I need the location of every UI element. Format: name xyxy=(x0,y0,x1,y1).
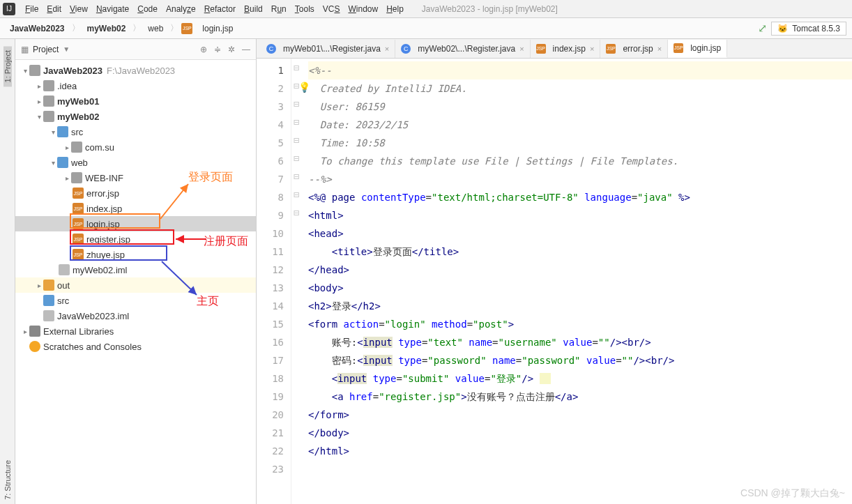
crumb-module[interactable]: myWeb02 xyxy=(83,22,130,35)
project-panel-title[interactable]: Project xyxy=(33,45,59,54)
tree-idea[interactable]: ▸.idea xyxy=(15,78,256,93)
menu-refactor[interactable]: Refactor xyxy=(200,4,240,14)
menu-help[interactable]: Help xyxy=(382,4,408,14)
project-combo-icon[interactable]: ▦ xyxy=(21,45,29,54)
breadcrumb-sep: 〉 xyxy=(72,22,80,34)
tree-extlib[interactable]: ▸External Libraries xyxy=(15,323,256,339)
toolbar: JavaWeb2023 〉 myWeb02 〉 web 〉 JSP login.… xyxy=(0,18,852,39)
code-content[interactable]: 💡 <%-- Created by IntelliJ IDEA. User: 8… xyxy=(301,59,852,504)
collapse-icon[interactable]: ≑ xyxy=(214,45,221,54)
tree-iml[interactable]: myWeb02.iml xyxy=(15,262,256,277)
menu-run[interactable]: Run xyxy=(267,4,291,14)
run-config-combo[interactable]: 🐱 Tomcat 8.5.3 xyxy=(771,22,846,36)
menu-analyze[interactable]: Analyze xyxy=(162,4,200,14)
tree-comsu[interactable]: ▸com.su xyxy=(15,139,256,155)
tree-myweb02[interactable]: ▾myWeb02 xyxy=(15,109,256,124)
tree-out[interactable]: ▸out xyxy=(15,277,256,293)
gear-icon[interactable]: ✲ xyxy=(228,45,235,54)
editor-area: CmyWeb01\...\Register.java× CmyWeb02\...… xyxy=(257,39,852,504)
main-area: 1: Project 7: Structure ▦ Project ▼ ⊕ ≑ … xyxy=(0,39,852,504)
tab-register2[interactable]: CmyWeb02\...\Register.java× xyxy=(395,40,530,58)
locate-icon[interactable]: ⊕ xyxy=(200,45,207,54)
menu-file[interactable]: File xyxy=(21,4,43,14)
breadcrumb-sep: 〉 xyxy=(132,22,141,34)
breadcrumb: JavaWeb2023 〉 myWeb02 〉 web 〉 JSP login.… xyxy=(6,22,237,35)
tool-tab-project[interactable]: 1: Project xyxy=(3,46,12,86)
chevron-down-icon[interactable]: ▼ xyxy=(63,45,70,53)
tree-src[interactable]: ▾src xyxy=(15,124,256,139)
close-icon[interactable]: × xyxy=(590,45,594,53)
app-icon: IJ xyxy=(3,3,15,15)
close-icon[interactable]: × xyxy=(519,45,524,53)
tree-scratch[interactable]: Scratches and Consoles xyxy=(15,339,256,354)
editor-tabs: CmyWeb01\...\Register.java× CmyWeb02\...… xyxy=(257,39,852,59)
tomcat-icon: 🐱 xyxy=(777,24,788,33)
tool-tab-structure[interactable]: 7: Structure xyxy=(3,456,12,504)
tree-loginjsp[interactable]: JSPlogin.jsp xyxy=(15,216,256,231)
crumb-file[interactable]: login.jsp xyxy=(198,22,237,35)
tab-error[interactable]: JSPerror.jsp× xyxy=(600,40,668,58)
jsp-icon: JSP xyxy=(181,23,192,34)
tree-zhuyejsp[interactable]: JSPzhuye.jsp xyxy=(15,247,256,262)
fold-column[interactable]: ⊟⊟⊟⊟⊟⊟⊟⊟⊟ xyxy=(291,59,301,504)
project-panel-header: ▦ Project ▼ ⊕ ≑ ✲ — xyxy=(15,39,256,60)
tree-rootiml[interactable]: JavaWeb2023.iml xyxy=(15,308,256,323)
close-icon[interactable]: × xyxy=(657,45,662,53)
menu-tools[interactable]: Tools xyxy=(291,4,319,14)
tab-login[interactable]: JSPlogin.jsp xyxy=(668,40,727,58)
menu-vcs[interactable]: VCS xyxy=(319,4,344,14)
intention-bulb-icon[interactable]: 💡 xyxy=(298,78,310,96)
tab-register1[interactable]: CmyWeb01\...\Register.java× xyxy=(261,40,395,58)
tree-webinf[interactable]: ▸WEB-INF xyxy=(15,170,256,185)
tree-registerjsp[interactable]: JSPregister.jsp xyxy=(15,231,256,247)
menu-navigate[interactable]: Navigate xyxy=(92,4,133,14)
window-title: JavaWeb2023 - login.jsp [myWeb02] xyxy=(422,4,558,14)
menu-code[interactable]: Code xyxy=(133,4,162,14)
menu-bar: IJ File Edit View Navigate Code Analyze … xyxy=(0,0,852,18)
menu-edit[interactable]: Edit xyxy=(43,4,66,14)
crumb-project[interactable]: JavaWeb2023 xyxy=(6,22,69,35)
hide-icon[interactable]: — xyxy=(242,45,250,54)
tab-index[interactable]: JSPindex.jsp× xyxy=(531,40,601,58)
menu-build[interactable]: Build xyxy=(240,4,267,14)
tree-errorjsp[interactable]: JSPerror.jsp xyxy=(15,185,256,201)
menu-view[interactable]: View xyxy=(66,4,92,14)
breadcrumb-sep: 〉 xyxy=(170,22,178,34)
watermark: CSDN @掉了颗大白兔~ xyxy=(740,487,845,500)
code-editor[interactable]: 1234567891011121314151617181920212223 ⊟⊟… xyxy=(257,59,852,504)
gutter: 1234567891011121314151617181920212223 xyxy=(257,59,291,504)
project-tree[interactable]: ▾JavaWeb2023F:\JavaWeb2023 ▸.idea ▸myWeb… xyxy=(15,60,256,357)
close-icon[interactable]: × xyxy=(385,45,389,53)
tool-window-bar-left: 1: Project 7: Structure xyxy=(0,39,15,504)
run-config-label: Tomcat 8.5.3 xyxy=(792,24,840,33)
tree-myweb01[interactable]: ▸myWeb01 xyxy=(15,93,256,109)
tree-src2[interactable]: src xyxy=(15,293,256,308)
build-icon[interactable]: ⤢ xyxy=(758,22,767,35)
tree-indexjsp[interactable]: JSPindex.jsp xyxy=(15,201,256,216)
tree-root[interactable]: ▾JavaWeb2023F:\JavaWeb2023 xyxy=(15,63,256,78)
menu-window[interactable]: Window xyxy=(344,4,382,14)
tree-web[interactable]: ▾web xyxy=(15,155,256,170)
project-panel: ▦ Project ▼ ⊕ ≑ ✲ — ▾JavaWeb2023F:\JavaW… xyxy=(15,39,257,504)
crumb-folder[interactable]: web xyxy=(144,22,167,35)
